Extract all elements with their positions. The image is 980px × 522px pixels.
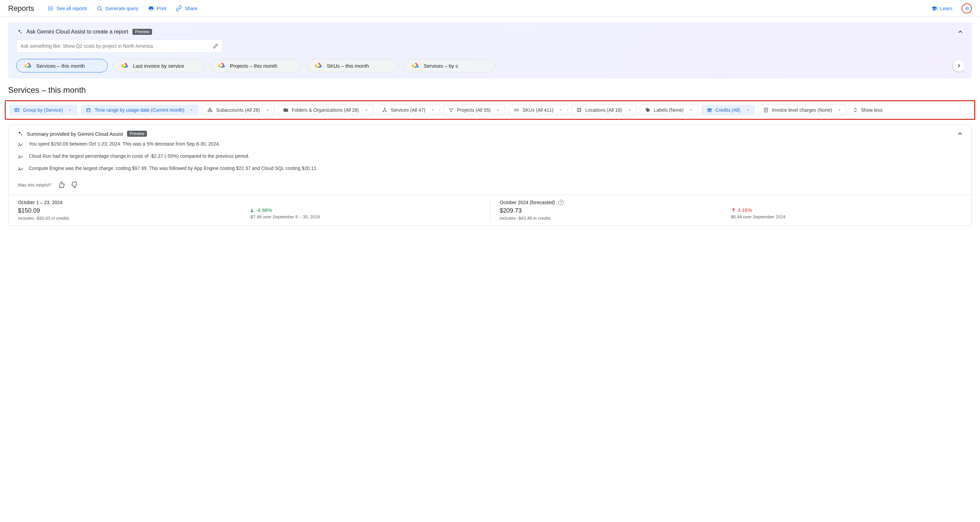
table-icon bbox=[14, 107, 20, 113]
insight-icon bbox=[17, 154, 23, 160]
sparkle-icon bbox=[16, 29, 22, 35]
gemini-suggestion-chips: Services – this month Last invoice by se… bbox=[16, 59, 964, 73]
thumbs-down-icon bbox=[71, 181, 79, 189]
svg-rect-14 bbox=[88, 110, 88, 111]
feedback-row: Was this helpful? bbox=[8, 179, 972, 195]
generate-query-label: Generate query bbox=[105, 6, 138, 11]
filter-skus[interactable]: SKUs (All 411) bbox=[509, 105, 568, 116]
svg-rect-27 bbox=[517, 109, 517, 111]
chevron-down-icon bbox=[431, 108, 435, 112]
page-title: Reports bbox=[8, 4, 34, 13]
filter-services[interactable]: Services (All 47) bbox=[377, 105, 440, 116]
gemini-input-container[interactable] bbox=[16, 39, 223, 53]
filter-bar: Group by (Service) Time range by usage d… bbox=[5, 100, 975, 120]
filter-subaccounts[interactable]: Subaccounts (All 28) bbox=[202, 105, 274, 116]
graduation-cap-icon bbox=[931, 5, 937, 11]
chip-label: Last invoice by service bbox=[133, 63, 184, 69]
gemini-header: Ask Gemini Cloud Assist to create a repo… bbox=[16, 29, 964, 35]
filter-time-range[interactable]: Time range by usage date (Current month) bbox=[81, 105, 199, 116]
insight-row: You spent $150.09 between Oct 1-23, 2024… bbox=[17, 141, 963, 148]
arrow-down-icon bbox=[249, 208, 255, 213]
help-icon[interactable]: ? bbox=[558, 200, 564, 205]
insight-text: Compute Engine was the largest charge, c… bbox=[29, 165, 318, 171]
chip-projects-this-month[interactable]: Projects – this month bbox=[210, 59, 301, 73]
filter-credits[interactable]: Credits (All) bbox=[702, 105, 755, 116]
filter-label: Projects (All 55) bbox=[457, 107, 491, 113]
show-less-button[interactable]: Show less bbox=[853, 107, 883, 113]
learn-label: Learn bbox=[940, 6, 952, 11]
chip-label: Projects – this month bbox=[230, 63, 277, 69]
share-button[interactable]: Share bbox=[176, 5, 197, 11]
filter-group-by[interactable]: Group by (Service) bbox=[9, 105, 77, 116]
chevron-right-icon bbox=[956, 63, 962, 69]
filter-label: Subaccounts (All 28) bbox=[216, 107, 260, 113]
calendar-icon bbox=[86, 107, 91, 113]
svg-rect-29 bbox=[519, 109, 519, 111]
filter-label: Locations (All 18) bbox=[585, 107, 622, 113]
arrow-up-icon bbox=[731, 208, 736, 213]
filter-locations[interactable]: Locations (All 18) bbox=[571, 105, 636, 116]
filter-label: Folders & Organizations (All 28) bbox=[292, 107, 359, 113]
tag-icon bbox=[645, 107, 651, 113]
gcloud-logo-icon bbox=[315, 63, 322, 69]
svg-rect-24 bbox=[514, 109, 515, 111]
chevron-down-icon bbox=[496, 108, 500, 112]
barcode-icon bbox=[514, 107, 519, 113]
chevron-down-icon bbox=[837, 108, 842, 112]
chip-label: SKUs – this month bbox=[327, 63, 369, 69]
preview-badge: Preview bbox=[127, 131, 147, 137]
gcloud-logo-icon bbox=[218, 63, 225, 69]
query-icon bbox=[97, 5, 103, 11]
link-icon bbox=[176, 5, 182, 11]
chip-services-this-month[interactable]: Services – this month bbox=[16, 59, 108, 73]
sparkle-icon bbox=[17, 131, 23, 137]
chevron-down-icon bbox=[364, 108, 368, 112]
svg-rect-17 bbox=[211, 111, 212, 112]
kpi-forecast: October 2024 (forecasted) ? $209.73 incl… bbox=[490, 200, 972, 221]
filter-labels[interactable]: Labels (None) bbox=[640, 105, 698, 116]
thumbs-up-button[interactable] bbox=[57, 181, 65, 189]
learn-button[interactable]: Learn bbox=[931, 5, 952, 11]
see-all-reports-button[interactable]: See all reports bbox=[48, 5, 87, 11]
kpi-actual-label: October 1 – 23, 2024 bbox=[18, 200, 63, 205]
chevron-down-icon bbox=[689, 108, 693, 112]
gemini-title: Ask Gemini Cloud Assist to create a repo… bbox=[26, 29, 128, 35]
insight-text: Cloud Run had the largest percentage cha… bbox=[29, 153, 249, 159]
chevron-left-bar-icon bbox=[964, 6, 969, 11]
edit-icon[interactable] bbox=[213, 43, 218, 49]
insight-row: Compute Engine was the largest charge, c… bbox=[17, 165, 963, 172]
gemini-prompt-input[interactable] bbox=[21, 43, 213, 49]
insight-icon bbox=[17, 142, 23, 148]
chip-services-overflow[interactable]: Services – by c bbox=[404, 59, 495, 73]
thumbs-up-icon bbox=[57, 181, 65, 189]
svg-point-23 bbox=[450, 110, 452, 112]
kpi-actual-delta-detail: -$7.86 over September 8 – 30, 2024 bbox=[249, 214, 480, 219]
chip-label: Services – this month bbox=[36, 63, 85, 69]
chevron-down-icon bbox=[68, 108, 72, 112]
summary-card: Summary provided by Gemini Cloud Assist … bbox=[8, 125, 972, 226]
folder-icon bbox=[283, 107, 288, 113]
summary-header: Summary provided by Gemini Cloud Assist … bbox=[8, 125, 972, 141]
insight-list: You spent $150.09 between Oct 1-23, 2024… bbox=[8, 141, 972, 179]
filter-projects[interactable]: Projects (All 55) bbox=[443, 105, 505, 116]
generate-query-button[interactable]: Generate query bbox=[97, 5, 138, 11]
preview-badge: Preview bbox=[132, 29, 153, 35]
filter-label: Time range by usage date (Current month) bbox=[94, 107, 184, 113]
collapse-panel-button[interactable] bbox=[962, 3, 972, 14]
svg-rect-12 bbox=[87, 108, 91, 112]
filter-folders[interactable]: Folders & Organizations (All 28) bbox=[278, 105, 374, 116]
svg-point-0 bbox=[48, 6, 49, 7]
gemini-collapse-button[interactable] bbox=[957, 29, 964, 35]
chip-last-invoice[interactable]: Last invoice by service bbox=[113, 59, 205, 73]
summary-collapse-button[interactable] bbox=[957, 130, 963, 137]
thumbs-down-button[interactable] bbox=[71, 181, 79, 189]
chip-skus-this-month[interactable]: SKUs – this month bbox=[307, 59, 398, 73]
collapse-icon bbox=[853, 107, 858, 113]
dots-icon bbox=[449, 107, 454, 113]
insight-text: You spent $150.09 between Oct 1-23, 2024… bbox=[29, 141, 220, 147]
insight-row: Cloud Run had the largest percentage cha… bbox=[17, 153, 963, 160]
filter-invoice-charges[interactable]: Invoice level charges (None) bbox=[758, 105, 846, 116]
summary-title: Summary provided by Gemini Cloud Assist bbox=[27, 131, 123, 137]
chips-scroll-next-button[interactable] bbox=[953, 60, 964, 72]
print-button[interactable]: Print bbox=[148, 5, 167, 11]
